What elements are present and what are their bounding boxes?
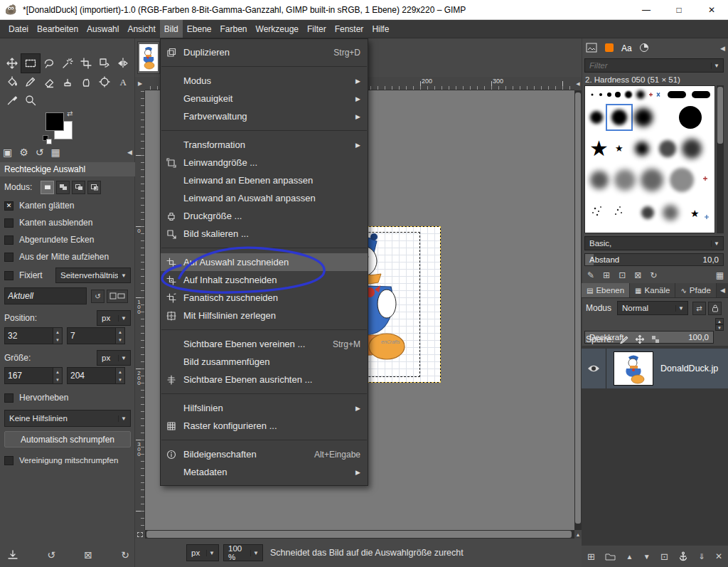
lock-alpha-icon[interactable] [651, 334, 660, 344]
highlight-row[interactable]: Hervorheben [4, 390, 131, 406]
expand-from-center-checkbox[interactable] [4, 253, 14, 262]
undo-history-tab-icon[interactable]: ↺ [36, 147, 44, 158]
aspect-input[interactable] [5, 288, 86, 304]
anchor-layer-icon[interactable] [678, 551, 688, 561]
menu-item-transformation[interactable]: Transformation ▶ [161, 136, 368, 154]
device-status-tab-icon[interactable]: ⚙ [19, 147, 28, 158]
expand-from-center-row[interactable]: Aus der Mitte aufziehen [4, 249, 131, 265]
menu-ansicht[interactable]: Ansicht [123, 20, 159, 38]
edit-brush-icon[interactable]: ✎ [587, 270, 594, 280]
zoom-tool[interactable] [21, 91, 40, 110]
mode-switch-button[interactable]: ⇄ [692, 302, 706, 315]
close-button[interactable]: ✕ [695, 0, 728, 20]
opacity-spinbuttons[interactable]: ▲ ▼ [715, 318, 724, 331]
menu-item-metadaten[interactable]: Metadaten ▶ [161, 463, 368, 481]
menu-item-raster-konfigurieren[interactable]: Raster konfigurieren ... [161, 417, 368, 435]
minimize-button[interactable]: — [630, 0, 663, 20]
mode-subtract-button[interactable] [72, 181, 85, 194]
text-tool[interactable]: A [114, 73, 132, 91]
ruler-corner-menu-icon[interactable]: ▶ [135, 77, 145, 90]
merge-down-icon[interactable]: ⇓ [698, 552, 705, 561]
layer-row-donaldduck[interactable]: DonaldDuck.jp [582, 349, 728, 388]
images-tab-icon[interactable]: ▦ [51, 147, 60, 158]
highlight-checkbox[interactable] [4, 393, 14, 403]
statusbar-unit-select[interactable]: px ▼ [186, 544, 219, 561]
new-layer-icon[interactable]: ⊞ [587, 551, 595, 562]
size-w-input[interactable] [5, 368, 53, 383]
size-h-input[interactable] [68, 368, 115, 383]
brush-grid-scrollbar[interactable] [717, 85, 724, 233]
antialias-row[interactable]: ✕ Kanten glätten [4, 198, 131, 213]
patterns-dialog-icon[interactable] [604, 43, 614, 55]
delete-options-icon[interactable]: ⊠ [84, 549, 92, 561]
menu-item-bild-skalieren[interactable]: Bild skalieren ... [161, 225, 368, 243]
layer-mode-select[interactable]: Normal ▼ [617, 301, 688, 315]
pencil-tool[interactable] [21, 73, 40, 91]
menu-item-leinwand-an-ebenen[interactable]: Leinwand an Ebenen anpassen [161, 171, 368, 189]
menu-item-leinwand-an-auswahl[interactable]: Leinwand an Auswahl anpassen [161, 189, 368, 207]
horizontal-scrollbar-thumb[interactable] [146, 531, 572, 538]
menu-hilfe[interactable]: Hilfe [368, 20, 393, 38]
rounded-corners-checkbox[interactable] [4, 235, 14, 245]
fonts-dialog-icon[interactable]: Aa [621, 43, 632, 53]
bucket-fill-tool[interactable] [3, 73, 21, 91]
duplicate-layer-icon[interactable]: ⊡ [660, 551, 668, 562]
maximize-button[interactable]: □ [663, 0, 695, 20]
menu-fenster[interactable]: Fenster [331, 20, 368, 38]
layer-thumbnail[interactable] [614, 351, 653, 386]
dock-menu-icon[interactable]: ◀ [720, 287, 725, 294]
brush-grid[interactable]: ★ ★ ★ [584, 85, 715, 233]
brush-grid-scrollbar-thumb[interactable] [717, 87, 723, 144]
menu-ebene[interactable]: Ebene [183, 20, 216, 38]
menu-item-sichtbare-ebenen-ausrichten[interactable]: Sichtbare Ebenen ausrichten ... [161, 371, 368, 388]
tool-options-tab-icon[interactable]: ▣ [3, 147, 12, 158]
document-history-icon[interactable] [639, 43, 649, 55]
tab-ebenen[interactable]: ▤ Ebenen [582, 283, 630, 297]
guides-select[interactable]: Keine Hilfslinien ▼ [4, 410, 131, 427]
navigation-icon[interactable]: ▲ [574, 530, 582, 539]
menu-item-genauigkeit[interactable]: Genauigkeit ▶ [161, 90, 368, 107]
save-options-icon[interactable] [7, 549, 18, 561]
foreground-color-swatch[interactable] [46, 112, 64, 131]
legacy-mode-lock-button[interactable] [708, 302, 722, 315]
clone-tool[interactable] [58, 73, 77, 91]
raise-layer-icon[interactable]: ▲ [626, 553, 633, 561]
tab-kanaele[interactable]: ▦ Kanäle [630, 283, 675, 297]
size-h-spinbuttons[interactable]: ▲▼ [115, 368, 124, 383]
image-tab[interactable] [137, 41, 160, 74]
tab-pfade[interactable]: ∿ Pfade [675, 283, 716, 297]
menu-bild[interactable]: Bild [160, 20, 183, 38]
new-brush-icon[interactable]: ⊞ [603, 270, 610, 280]
shrink-merged-checkbox[interactable] [4, 456, 14, 465]
menu-item-sichtbare-ebenen-vereinen[interactable]: Sichtbare Ebenen vereinen ... Strg+M [161, 335, 368, 353]
menu-werkzeuge[interactable]: Werkzeuge [252, 20, 303, 38]
feather-checkbox[interactable] [4, 218, 14, 228]
fuzzy-select-tool[interactable] [58, 54, 77, 73]
reset-options-icon[interactable]: ↻ [121, 549, 129, 561]
menu-item-fanatisch-zuschneiden[interactable]: Fanatisch zuschneiden [161, 289, 368, 307]
menu-datei[interactable]: Datei [4, 20, 33, 38]
canvas-menu-icon[interactable]: ◀ [574, 77, 582, 90]
dodge-burn-tool[interactable] [95, 73, 114, 91]
vertical-scrollbar[interactable] [574, 90, 582, 530]
mode-add-button[interactable] [56, 181, 70, 194]
position-x-spinbuttons[interactable]: ▲▼ [53, 328, 62, 344]
layers-list[interactable]: DonaldDuck.jp [582, 346, 728, 545]
color-picker-tool[interactable] [3, 91, 21, 110]
dock-menu-icon[interactable]: ◀ [127, 149, 132, 156]
eraser-tool[interactable] [40, 73, 58, 91]
restore-options-icon[interactable]: ↺ [47, 549, 55, 561]
menu-auswahl[interactable]: Auswahl [82, 20, 123, 38]
mode-replace-button[interactable] [41, 181, 54, 194]
zoom-select[interactable]: 100 % ▼ [223, 544, 263, 561]
aspect-reset-button[interactable]: ↺ [91, 290, 105, 303]
menu-item-auf-auswahl-zuschneiden[interactable]: Auf Auswahl zuschneiden [161, 253, 368, 271]
free-select-tool[interactable] [40, 54, 58, 73]
layer-visibility-toggle[interactable] [582, 364, 606, 373]
lock-position-icon[interactable] [635, 334, 645, 344]
menu-item-bildeigenschaften[interactable]: Bildeigenschaften Alt+Eingabe [161, 445, 368, 463]
lock-pixels-icon[interactable] [619, 334, 629, 344]
rounded-corners-row[interactable]: Abgerundete Ecken [4, 232, 131, 248]
menu-item-hilfslinien[interactable]: Hilfslinien ▶ [161, 399, 368, 417]
crop-tool[interactable] [77, 54, 95, 73]
